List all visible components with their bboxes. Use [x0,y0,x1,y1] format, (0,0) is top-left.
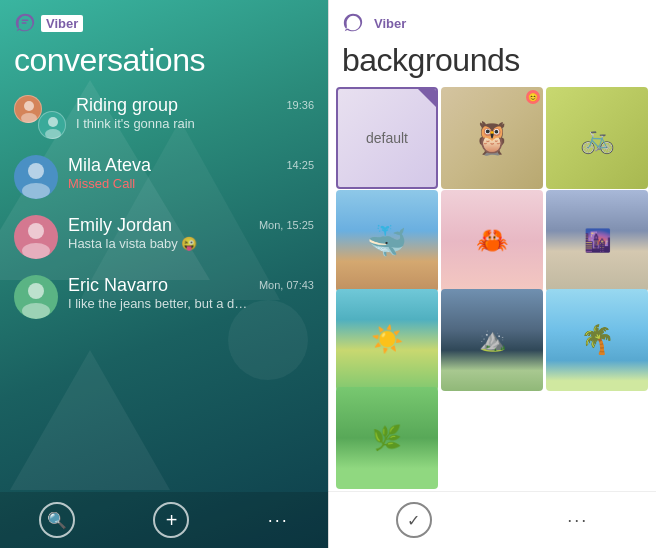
left-footer: 🔍 + ··· [0,492,328,548]
viber-logo: Viber [14,12,83,34]
conv-name: Riding group [76,95,276,116]
bike-icon: 🚲 [580,122,615,155]
more-menu-button[interactable]: ··· [268,510,289,531]
more-options-button[interactable]: ··· [567,510,588,531]
conv-content: Mila Ateva Missed Call [68,155,276,191]
conv-message: I think it's gonna rain [76,116,276,131]
mountains-icon: ⛰️ [479,327,506,353]
backgrounds-title: backgrounds [328,40,656,87]
whale-icon: 🐳 [367,222,407,260]
svg-point-7 [22,243,50,259]
conv-message: Hasta la vista baby 😜 [68,236,249,251]
bg-default-cell[interactable]: default [336,87,438,189]
svg-point-5 [22,183,50,199]
viber-brand-left: Viber [41,15,83,32]
owl-icon: 🦉 [472,119,512,157]
search-icon: 🔍 [47,511,67,530]
list-item[interactable]: Eric Navarro I like the jeans better, bu… [0,267,328,327]
svg-point-0 [24,101,34,111]
avatar [38,111,66,139]
left-header: Viber [0,0,328,40]
conv-content: Emily Jordan Hasta la vista baby 😜 [68,215,249,251]
conv-content: Eric Navarro I like the jeans better, bu… [68,275,249,311]
conv-message-missed: Missed Call [68,176,276,191]
bg-mountains-cell[interactable]: ⛰️ [441,289,543,391]
bg-pink-cell[interactable]: 🦀 [441,190,543,292]
conv-time: 19:36 [286,95,314,111]
avatar [14,95,42,123]
right-header: Viber [328,0,656,40]
default-label: default [366,130,408,146]
conversations-list: Riding group I think it's gonna rain 19:… [0,87,328,492]
conversations-panel: Viber conversations [0,0,328,548]
bg-green-cell[interactable]: 🌿 [336,387,438,489]
avatar [14,155,58,199]
conv-name: Mila Ateva [68,155,276,176]
confirm-button[interactable]: ✓ [396,502,432,538]
city-icon: 🌆 [584,228,611,254]
conversations-title: conversations [0,40,328,87]
conv-time: Mon, 15:25 [259,215,314,231]
svg-point-3 [45,129,61,139]
bg-bike-cell[interactable]: 🚲 [546,87,648,189]
bg-palm-cell[interactable]: 🌴 [546,289,648,391]
backgrounds-panel: Viber backgrounds default 🦉 😊 🚲 🐳 [328,0,656,548]
bg-whale-cell[interactable]: 🐳 [336,190,438,292]
search-button[interactable]: 🔍 [39,502,75,538]
backgrounds-grid: default 🦉 😊 🚲 🐳 🦀 🌆 ☀️ [328,87,656,491]
leaf-icon: 🌿 [372,424,402,452]
group-avatar [14,95,66,139]
svg-point-4 [28,163,44,179]
svg-point-1 [21,113,37,123]
palm-icon: 🌴 [580,323,615,356]
svg-point-8 [28,283,44,299]
viber-logo-right: Viber [342,12,411,34]
panel-divider [328,0,329,548]
list-item[interactable]: Riding group I think it's gonna rain 19:… [0,87,328,147]
crab-icon: 🦀 [476,225,508,256]
add-icon: + [166,509,178,532]
svg-point-9 [22,303,50,319]
conv-message: I like the jeans better, but a dress wou… [68,296,249,311]
conv-time: Mon, 07:43 [259,275,314,291]
list-item[interactable]: Emily Jordan Hasta la vista baby 😜 Mon, … [0,207,328,267]
svg-point-2 [48,117,58,127]
list-item[interactable]: Mila Ateva Missed Call 14:25 [0,147,328,207]
conv-name: Eric Navarro [68,275,249,296]
bg-sunset-cell[interactable]: ☀️ [336,289,438,391]
check-icon: ✓ [407,511,420,530]
right-footer: ✓ ··· [328,491,656,548]
avatar [14,215,58,259]
sun-icon: ☀️ [371,324,403,355]
viber-brand-right: Viber [369,15,411,32]
svg-point-6 [28,223,44,239]
avatar [14,275,58,319]
conv-name: Emily Jordan [68,215,249,236]
bg-city-cell[interactable]: 🌆 [546,190,648,292]
add-contact-button[interactable]: + [153,502,189,538]
conv-time: 14:25 [286,155,314,171]
bg-owl-cell[interactable]: 🦉 😊 [441,87,543,189]
conv-content: Riding group I think it's gonna rain [76,95,276,131]
